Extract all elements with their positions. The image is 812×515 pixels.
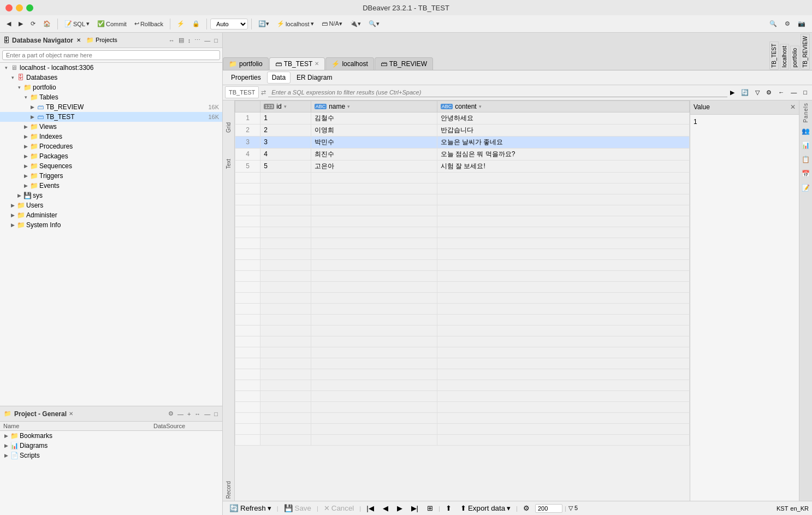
subtab-er-diagram[interactable]: ER Diagram: [292, 72, 337, 84]
right-tab-localhost[interactable]: localhost: [780, 44, 789, 69]
auto-dropdown[interactable]: Auto: [210, 19, 248, 29]
row-content[interactable]: 안녕하세요: [437, 112, 689, 124]
toggle-procedures[interactable]: ▶: [22, 143, 29, 150]
dt-play-btn[interactable]: ▶: [727, 88, 737, 97]
toggle-tb-review[interactable]: ▶: [28, 103, 36, 111]
table-row[interactable]: 2 2 이영희 반갑습니다: [235, 124, 690, 136]
grid-label[interactable]: Grid: [224, 120, 233, 135]
row-name[interactable]: 박민수: [311, 136, 437, 148]
project-item-scripts[interactable]: ▶ 📄 Scripts: [0, 451, 222, 460]
right-tab-portfolio[interactable]: portfolio: [790, 46, 799, 70]
toggle-packages[interactable]: ▶: [22, 152, 29, 160]
row-id[interactable]: 4: [260, 148, 311, 160]
row-content[interactable]: 오늘 점심은 뭐 먹을까요?: [437, 148, 689, 160]
toggle-portfolio[interactable]: ▾: [15, 84, 23, 91]
row-name[interactable]: 고은아: [311, 160, 437, 172]
row-name[interactable]: 이영희: [311, 124, 437, 136]
tab-tb-review[interactable]: 🗃 TB_REVIEW: [375, 57, 433, 70]
toggle-localhost[interactable]: ▾: [2, 64, 10, 72]
project-add-btn[interactable]: +: [186, 410, 192, 418]
project-settings-btn[interactable]: ⚙: [167, 410, 175, 418]
nav-maximize-btn[interactable]: □: [213, 36, 219, 44]
tree-item-localhost[interactable]: ▾ 🖥 localhost - localhost:3306: [0, 63, 222, 73]
refresh-data-button[interactable]: 🔄 Refresh▾: [226, 503, 275, 513]
row-id[interactable]: 2: [260, 124, 311, 136]
back-button[interactable]: ◀: [3, 19, 14, 29]
row-count-input[interactable]: [535, 504, 562, 513]
tree-item-administer[interactable]: ▶ 📁 Administer: [0, 210, 222, 220]
toggle-scripts[interactable]: ▶: [2, 452, 10, 459]
tab-tb-test[interactable]: 🗃 TB_TEST ✕: [269, 57, 325, 70]
nav-add-btn[interactable]: ⊞: [424, 503, 436, 513]
toggle-bookmarks[interactable]: ▶: [2, 432, 10, 440]
dt-maximize-btn[interactable]: □: [801, 88, 810, 97]
nav-last-btn[interactable]: ▶|: [408, 503, 422, 513]
table-row[interactable]: 3 3 박민수 오늘은 날씨가 좋네요: [235, 136, 690, 148]
screenshot-button[interactable]: 📷: [795, 19, 809, 29]
nav-action-btn1[interactable]: ↔: [168, 36, 176, 44]
tree-item-databases[interactable]: ▾ 🗄 Databases: [0, 73, 222, 82]
sql-filter-input[interactable]: [268, 88, 727, 97]
tree-item-sequences[interactable]: ▶ 📁 Sequences: [0, 161, 222, 171]
table-row[interactable]: 4 4 최진수 오늘 점심은 뭐 먹을까요?: [235, 148, 690, 160]
col-id-header[interactable]: 123 id ▾: [260, 100, 311, 112]
tree-item-procedures[interactable]: ▶ 📁 Procedures: [0, 141, 222, 151]
subtab-data[interactable]: Data: [267, 72, 291, 84]
tb-test-close-icon[interactable]: ✕: [315, 61, 319, 67]
tree-item-events[interactable]: ▶ 📁 Events: [0, 181, 222, 191]
value-panel-close-icon[interactable]: ✕: [790, 103, 796, 111]
close-button[interactable]: [5, 4, 13, 11]
toggle-sys[interactable]: ▶: [15, 192, 23, 199]
row-id[interactable]: 3: [260, 136, 311, 148]
record-label[interactable]: Record: [224, 479, 233, 501]
project-min-btn[interactable]: —: [203, 410, 211, 418]
toggle-indexes[interactable]: ▶: [22, 133, 29, 140]
row-id[interactable]: 1: [260, 112, 311, 124]
toggle-sequences[interactable]: ▶: [22, 162, 29, 170]
rs-btn-5[interactable]: 📝: [801, 182, 811, 193]
tree-item-triggers[interactable]: ▶ 📁 Triggers: [0, 171, 222, 181]
search-button[interactable]: 🔍▾: [365, 19, 383, 29]
schema-button[interactable]: 🗃 N/A▾: [318, 19, 346, 29]
col-name-header[interactable]: ABC name ▾: [311, 100, 437, 112]
tree-item-tb-review[interactable]: ▶ 🗃 TB_REVIEW 16K: [0, 102, 222, 112]
save-data-button[interactable]: 💾 Save: [281, 503, 315, 513]
txn-button[interactable]: ⚡: [174, 19, 188, 29]
rs-btn-1[interactable]: 👥: [801, 126, 811, 137]
row-content[interactable]: 시험 잘 보세요!: [437, 160, 689, 172]
nav-first-btn[interactable]: |◀: [363, 503, 377, 513]
toggle-databases[interactable]: ▾: [9, 74, 16, 81]
nav-minimize-btn[interactable]: —: [203, 36, 211, 44]
toggle-tb-test[interactable]: ▶: [28, 113, 36, 121]
project-link-btn[interactable]: ↔: [193, 410, 201, 418]
table-row[interactable]: 5 5 고은아 시험 잘 보세요!: [235, 160, 690, 172]
window-controls[interactable]: [5, 4, 33, 11]
row-up-btn[interactable]: ⬆: [442, 503, 455, 513]
close-nav-icon[interactable]: ✕: [76, 37, 81, 43]
dt-minimize-btn[interactable]: —: [788, 88, 799, 97]
settings-button[interactable]: ⚙: [781, 19, 793, 29]
right-tab-tb-review[interactable]: TB_REVIEW: [801, 34, 810, 70]
search-input[interactable]: [2, 50, 220, 60]
dt-refresh-btn[interactable]: 🔄: [738, 88, 751, 97]
nav-home-button[interactable]: 🏠: [40, 19, 54, 29]
nav-prev-btn[interactable]: ◀: [380, 503, 392, 513]
toggle-administer[interactable]: ▶: [9, 211, 16, 219]
tree-item-sysinfo[interactable]: ▶ 📁 System Info: [0, 220, 222, 230]
rs-btn-2[interactable]: 📊: [801, 140, 811, 151]
row-content[interactable]: 오늘은 날씨가 좋네요: [437, 136, 689, 148]
tree-item-tb-test[interactable]: ▶ 🗃 TB_TEST 16K: [0, 112, 222, 122]
toggle-diagrams[interactable]: ▶: [2, 442, 10, 449]
nav-action-btn4[interactable]: ⋯: [193, 36, 201, 44]
tree-item-packages[interactable]: ▶ 📁 Packages: [0, 151, 222, 161]
project-collapse-btn[interactable]: —: [176, 410, 185, 418]
toggle-sysinfo[interactable]: ▶: [9, 221, 16, 229]
project-close-icon[interactable]: ✕: [69, 411, 73, 417]
right-tab-tb-test[interactable]: TB_TEST: [769, 42, 779, 70]
data-table-wrapper[interactable]: 123 id ▾ ABC name ▾: [235, 100, 690, 501]
toggle-triggers[interactable]: ▶: [22, 172, 29, 180]
nav-action-btn3[interactable]: ↕: [187, 36, 192, 44]
toggle-tables[interactable]: ▾: [22, 93, 29, 101]
tree-item-sys[interactable]: ▶ 💾 sys: [0, 191, 222, 200]
sql-button[interactable]: 📝 SQL▾: [61, 19, 93, 29]
